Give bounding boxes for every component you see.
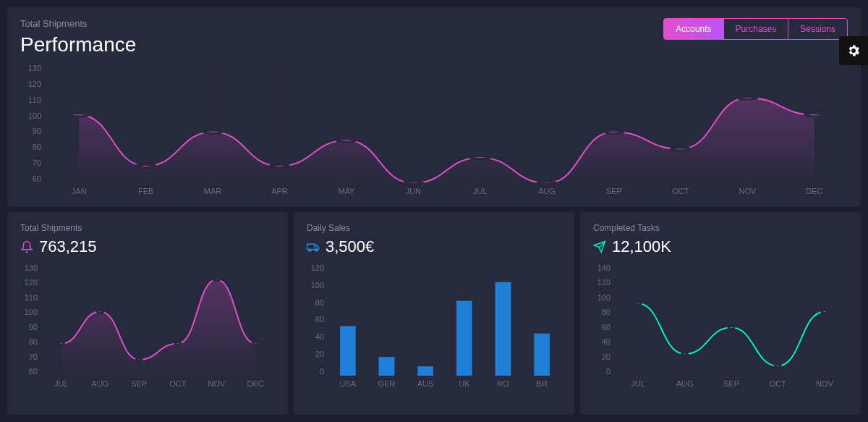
bell-icon	[20, 240, 33, 253]
svg-rect-50	[534, 334, 549, 376]
tab-sessions[interactable]: Sessions	[788, 18, 848, 40]
svg-rect-48	[456, 301, 472, 376]
svg-point-58	[728, 326, 734, 329]
svg-point-31	[98, 311, 103, 313]
tasks-card: Completed Tasks 12,100K 1401201008060402…	[580, 212, 861, 415]
performance-subtitle: Total Shipments	[20, 18, 136, 29]
tasks-value: 12,100K	[612, 237, 671, 256]
svg-rect-49	[495, 282, 511, 376]
delivery-icon	[307, 240, 320, 253]
shipments-value: 763,215	[39, 237, 97, 256]
svg-point-19	[537, 182, 557, 183]
svg-point-16	[337, 139, 357, 142]
sales-value: 3,500€	[326, 237, 374, 256]
gear-icon	[846, 43, 861, 58]
sales-label: Daily Sales	[307, 223, 561, 233]
svg-point-15	[270, 164, 289, 167]
performance-title: Performance	[20, 33, 136, 56]
svg-point-57	[682, 353, 688, 355]
y-axis: 13012011010090807060	[20, 64, 46, 183]
svg-rect-46	[379, 357, 394, 376]
sales-card: Daily Sales 3,500€ 120100806040200 USAGE…	[294, 212, 574, 415]
svg-rect-36	[307, 244, 315, 250]
settings-button[interactable]	[839, 36, 868, 65]
svg-point-59	[775, 365, 781, 368]
x-axis: JANFEBMARAPRMAYJUNJULAUGSEPOCTNOVDEC	[46, 187, 848, 201]
svg-point-33	[175, 342, 181, 345]
svg-point-12	[69, 114, 89, 117]
send-icon	[593, 240, 606, 253]
svg-rect-47	[417, 366, 433, 376]
svg-point-32	[136, 358, 142, 361]
svg-point-17	[404, 182, 423, 183]
svg-point-21	[671, 148, 691, 151]
performance-chart: 13012011010090807060 JANFEBMARAPRMAYJUNJ…	[20, 64, 848, 201]
svg-point-30	[59, 342, 64, 345]
tab-group: Accounts Purchases Sessions	[663, 18, 848, 40]
shipments-label: Total Shipments	[20, 223, 275, 233]
tasks-chart: 140120100806040200 JULAUGSEPOCTNOV	[593, 263, 848, 394]
svg-point-35	[252, 342, 258, 345]
svg-point-22	[738, 96, 757, 99]
svg-point-60	[822, 311, 827, 313]
svg-rect-45	[340, 326, 355, 376]
svg-point-34	[214, 278, 220, 281]
svg-point-23	[804, 114, 824, 117]
tab-purchases[interactable]: Purchases	[723, 18, 788, 40]
svg-point-14	[203, 130, 223, 133]
shipments-card: Total Shipments 763,215 1301201101009080…	[7, 212, 288, 415]
shipments-chart: 13012011010090807060 JULAUGSEPOCTNOVDEC	[20, 263, 275, 394]
svg-point-56	[635, 302, 641, 305]
tasks-label: Completed Tasks	[593, 223, 848, 233]
tab-accounts[interactable]: Accounts	[663, 18, 723, 40]
svg-point-18	[470, 156, 490, 159]
svg-point-13	[136, 164, 156, 167]
sales-chart: 120100806040200 USAGERAUSUKROBR	[307, 263, 561, 394]
performance-card: Total Shipments Performance Accounts Pur…	[7, 7, 861, 206]
svg-point-20	[604, 130, 624, 133]
